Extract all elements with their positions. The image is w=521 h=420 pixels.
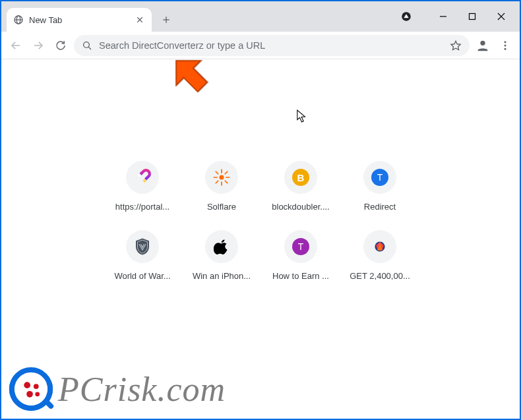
svg-line-15 [88, 47, 91, 49]
svg-line-28 [216, 171, 218, 174]
svg-point-19 [505, 44, 506, 46]
svg-marker-16 [451, 41, 460, 49]
new-tab-page: https://portal... [1, 59, 520, 419]
browser-window: New Tab [0, 0, 521, 420]
bitcoin-icon: B [292, 169, 309, 186]
globe-icon [13, 15, 24, 25]
letter-icon: T [371, 169, 388, 186]
shortcut-label: Win an iPhon... [193, 271, 251, 281]
back-button[interactable] [7, 36, 25, 55]
shortcut-label: Solflare [207, 202, 236, 212]
reload-button[interactable] [51, 36, 70, 55]
apple-icon [214, 239, 230, 255]
magnet-icon [134, 169, 151, 186]
shortcut-label: World of War... [114, 271, 170, 281]
window-maximize-button[interactable] [458, 6, 487, 27]
tab-close-button[interactable] [135, 15, 145, 25]
shortcut-icon: B [284, 161, 317, 194]
svg-point-18 [505, 41, 506, 43]
svg-point-23 [220, 175, 224, 180]
shortcut-get-2400000[interactable]: GET 2,400,00... [343, 230, 417, 281]
tab-title: New Tab [29, 15, 129, 25]
svg-line-29 [225, 181, 228, 183]
shortcut-world-of-war[interactable]: World of War... [106, 230, 179, 281]
shortcut-blockdoubler[interactable]: B blockdoubler.... [264, 161, 338, 212]
shortcut-icon: T [363, 161, 396, 194]
toolbar [1, 32, 520, 59]
menu-button[interactable] [496, 36, 514, 55]
shortcut-icon [126, 230, 159, 263]
shortcut-label: How to Earn ... [272, 271, 329, 281]
titlebar: New Tab [1, 1, 520, 32]
svg-point-17 [480, 40, 485, 45]
shield-icon [133, 237, 152, 256]
search-icon [82, 40, 92, 51]
svg-line-30 [225, 171, 228, 174]
omnibox-input[interactable] [99, 40, 443, 51]
gem-icon [371, 237, 389, 256]
shortcut-how-to-earn[interactable]: T How to Earn ... [264, 230, 338, 281]
shortcut-redirect[interactable]: T Redirect [343, 161, 417, 212]
sun-icon [212, 168, 231, 187]
svg-rect-9 [470, 14, 475, 20]
shortcut-icon [205, 230, 238, 263]
shortcut-icon [126, 161, 159, 194]
shortcut-label: blockdoubler.... [272, 202, 329, 212]
window-close-button[interactable] [487, 6, 516, 27]
shortcut-label: Redirect [364, 202, 396, 212]
shortcut-icon [363, 230, 396, 263]
extension-indicator-icon[interactable] [398, 9, 414, 24]
shortcut-label: https://portal... [115, 202, 169, 212]
omnibox[interactable] [74, 35, 470, 56]
shortcut-portal[interactable]: https://portal... [106, 161, 179, 212]
shortcut-icon: T [284, 230, 317, 263]
profile-button[interactable] [474, 36, 492, 55]
svg-point-14 [84, 42, 90, 47]
shortcut-icon [205, 161, 238, 194]
shortcut-label: GET 2,400,00... [350, 271, 410, 281]
shortcut-win-iphone[interactable]: Win an iPhon... [185, 230, 259, 281]
shortcut-solflare[interactable]: Solflare [185, 161, 259, 212]
active-tab[interactable]: New Tab [7, 8, 152, 32]
new-tab-button[interactable] [157, 11, 175, 29]
svg-line-31 [216, 181, 218, 183]
bookmark-star-icon[interactable] [450, 40, 462, 51]
letter-icon: T [292, 238, 309, 255]
window-minimize-button[interactable] [429, 6, 458, 27]
svg-point-20 [505, 47, 506, 49]
window-controls [398, 1, 516, 32]
shortcut-grid: https://portal... [106, 161, 415, 281]
forward-button[interactable] [29, 36, 47, 55]
